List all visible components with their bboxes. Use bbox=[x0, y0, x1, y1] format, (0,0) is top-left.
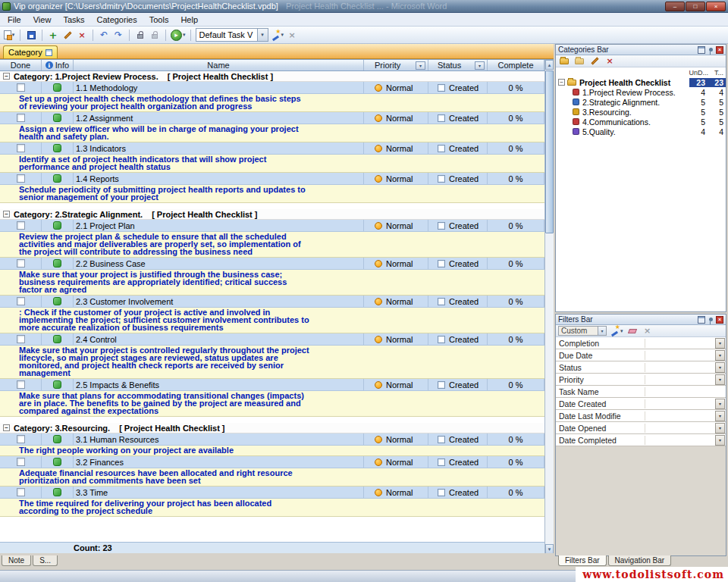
menu-help[interactable]: Help bbox=[174, 14, 204, 26]
tree-item-category[interactable]: 1.Project Review Process. 4 4 bbox=[556, 87, 726, 97]
menu-file[interactable]: File bbox=[2, 14, 27, 26]
filter-row[interactable]: Priority ▾ bbox=[556, 374, 726, 386]
complete-value[interactable]: 0 % bbox=[488, 258, 544, 269]
complete-value[interactable]: 0 % bbox=[488, 487, 544, 498]
task-row[interactable]: 1.4 Reports Normal Created 0 % bbox=[0, 173, 544, 185]
status-value[interactable]: Created bbox=[449, 83, 479, 92]
collapse-icon[interactable] bbox=[3, 424, 10, 431]
task-view-combo[interactable]: Default Task V ▾ bbox=[196, 28, 268, 42]
filter-dropdown-icon[interactable]: ▾ bbox=[715, 338, 725, 349]
filter-dropdown-icon[interactable]: ▾ bbox=[715, 435, 725, 446]
filter-dropdown-icon[interactable]: ▾ bbox=[715, 411, 725, 421]
clear-view-button[interactable]: × bbox=[286, 28, 298, 42]
column-header-priority[interactable]: Priority ▾ bbox=[364, 60, 428, 70]
priority-value[interactable]: Normal bbox=[386, 114, 413, 123]
menu-tools[interactable]: Tools bbox=[143, 14, 175, 26]
tree-item-category[interactable]: 4.Communications. 5 5 bbox=[556, 117, 726, 127]
complete-value[interactable]: 0 % bbox=[488, 456, 544, 468]
tree-item-category[interactable]: 5.Quality. 4 4 bbox=[556, 127, 726, 136]
filter-dropdown-icon[interactable]: ▾ bbox=[715, 399, 725, 409]
tree-item-category[interactable]: 3.Resourcing. 5 5 bbox=[556, 107, 726, 117]
complete-value[interactable]: 0 % bbox=[488, 82, 544, 93]
done-checkbox[interactable] bbox=[17, 435, 25, 443]
done-checkbox[interactable] bbox=[17, 144, 25, 152]
status-value[interactable]: Created bbox=[449, 488, 479, 497]
task-row[interactable]: 1.3 Indicators Normal Created 0 % bbox=[0, 142, 544, 155]
complete-value[interactable]: 0 % bbox=[488, 379, 544, 390]
filter-row[interactable]: Task Name ▾ bbox=[556, 386, 726, 398]
menu-tasks[interactable]: Tasks bbox=[57, 14, 90, 26]
priority-value[interactable]: Normal bbox=[386, 335, 413, 344]
tree-item-root[interactable]: Project Health Checklist 23 23 bbox=[556, 77, 726, 87]
task-name[interactable]: 2.5 Impacts & Benefits bbox=[74, 379, 364, 390]
collapse-icon[interactable] bbox=[558, 79, 565, 86]
priority-value[interactable]: Normal bbox=[386, 259, 413, 268]
priority-value[interactable]: Normal bbox=[386, 435, 413, 444]
priority-value[interactable]: Normal bbox=[386, 83, 413, 92]
task-name[interactable]: 2.3 Customer Involvement bbox=[74, 296, 364, 307]
task-row[interactable]: 2.1 Project Plan Normal Created 0 % bbox=[0, 220, 544, 232]
pin-icon[interactable] bbox=[707, 46, 714, 54]
done-checkbox[interactable] bbox=[17, 83, 25, 92]
priority-filter-button[interactable]: ▾ bbox=[416, 61, 425, 70]
add-subcategory-button[interactable] bbox=[573, 55, 585, 68]
remove-filter-button[interactable]: × bbox=[642, 324, 654, 338]
scroll-down-icon[interactable]: ▼ bbox=[545, 544, 554, 553]
menu-categories[interactable]: Categories bbox=[91, 14, 143, 26]
task-name[interactable]: 1.4 Reports bbox=[74, 173, 364, 184]
task-row[interactable]: 2.4 Control Normal Created 0 % bbox=[0, 333, 544, 346]
apply-filter-button[interactable]: ▾ bbox=[610, 324, 623, 338]
priority-value[interactable]: Normal bbox=[386, 458, 413, 467]
column-header-total[interactable]: T... bbox=[708, 69, 723, 77]
filter-dropdown-icon[interactable]: ▾ bbox=[715, 362, 725, 373]
vertical-scrollbar[interactable]: ▲ ▼ bbox=[544, 60, 554, 553]
task-name[interactable]: 1.2 Assignment bbox=[74, 112, 364, 124]
close-button[interactable]: × bbox=[706, 2, 726, 11]
clear-filter-button[interactable] bbox=[626, 324, 639, 338]
task-row[interactable]: 3.2 Finances Normal Created 0 % bbox=[0, 456, 544, 468]
magic-filter-button[interactable]: ▾ bbox=[271, 28, 284, 42]
tab-note[interactable]: Note bbox=[2, 555, 31, 566]
task-row[interactable]: 3.3 Time Normal Created 0 % bbox=[0, 487, 544, 499]
edit-category-button[interactable] bbox=[588, 55, 601, 68]
maximize-button[interactable]: □ bbox=[686, 2, 705, 11]
done-checkbox[interactable] bbox=[17, 221, 25, 230]
done-checkbox[interactable] bbox=[17, 174, 25, 183]
filter-row[interactable]: Status ▾ bbox=[556, 361, 726, 374]
status-value[interactable]: Created bbox=[449, 435, 479, 444]
status-filter-button[interactable]: ▾ bbox=[475, 61, 485, 70]
close-panel-icon[interactable]: × bbox=[716, 46, 723, 54]
status-value[interactable]: Created bbox=[449, 114, 479, 123]
done-checkbox[interactable] bbox=[17, 488, 25, 496]
filter-row[interactable]: Date Completed ▾ bbox=[556, 434, 726, 446]
column-header-undone[interactable]: UnD... bbox=[686, 69, 708, 77]
pin-icon[interactable] bbox=[707, 316, 714, 324]
filter-row[interactable]: Due Date ▾ bbox=[556, 349, 726, 361]
title-bar[interactable]: Vip organizer [C:\Users\dmitry\Documents… bbox=[0, 0, 728, 13]
done-checkbox[interactable] bbox=[17, 458, 25, 466]
task-name[interactable]: 1.1 Methodology bbox=[74, 82, 364, 93]
collapse-icon[interactable] bbox=[3, 73, 10, 80]
status-value[interactable]: Created bbox=[449, 458, 479, 467]
task-name[interactable]: 1.3 Indicators bbox=[74, 142, 364, 154]
task-row[interactable]: 2.3 Customer Involvement Normal Created … bbox=[0, 296, 544, 308]
column-header-info[interactable]: Info bbox=[42, 60, 74, 70]
task-row[interactable]: 3.1 Human Resources Normal Created 0 % bbox=[0, 433, 544, 446]
combo-dropdown-icon[interactable]: ▾ bbox=[257, 29, 268, 41]
close-panel-icon[interactable]: × bbox=[716, 316, 723, 324]
delete-category-button[interactable]: × bbox=[604, 55, 616, 68]
tab-navigation-bar[interactable]: Navigation Bar bbox=[608, 555, 672, 566]
status-value[interactable]: Created bbox=[449, 380, 479, 390]
category-group-header[interactable]: Category: 2.Strategic Alignment. [ Proje… bbox=[0, 209, 544, 220]
complete-value[interactable]: 0 % bbox=[488, 433, 544, 445]
priority-value[interactable]: Normal bbox=[386, 174, 413, 183]
column-header-status[interactable]: Status ▾ bbox=[428, 60, 488, 70]
status-value[interactable]: Created bbox=[449, 144, 479, 153]
complete-value[interactable]: 0 % bbox=[488, 296, 544, 307]
edit-task-button[interactable] bbox=[61, 28, 74, 42]
priority-value[interactable]: Normal bbox=[386, 488, 413, 497]
task-row[interactable]: 2.5 Impacts & Benefits Normal Created 0 … bbox=[0, 379, 544, 391]
filter-dropdown-icon[interactable]: ▾ bbox=[715, 423, 725, 433]
done-checkbox[interactable] bbox=[17, 297, 25, 305]
priority-value[interactable]: Normal bbox=[386, 221, 413, 230]
